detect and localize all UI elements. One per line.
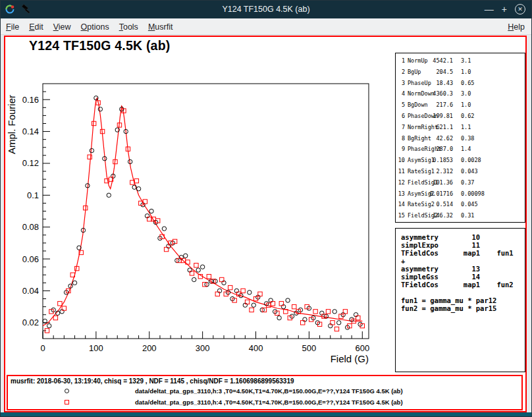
parameter-row: 4NormDown4360.33.0 — [396, 88, 525, 99]
parameter-row: 9PhaseRight287.01.4 — [396, 144, 525, 155]
parameter-row: 1NormUp4542.13.1 — [396, 55, 525, 67]
svg-text:600: 600 — [355, 343, 369, 353]
svg-text:100: 100 — [89, 343, 103, 353]
parameter-row: 3PhaseUp18.430.65 — [396, 78, 525, 89]
svg-text:0.06: 0.06 — [22, 254, 39, 264]
menu-item-file[interactable]: File — [6, 22, 19, 32]
parameter-row: 14RateSig20.5140.045 — [396, 199, 525, 210]
legend-marker-circle — [65, 389, 69, 393]
theory-box: asymmetry 10simplExpo 11TFieldCos map1 f… — [395, 228, 525, 372]
fit-status-line: musrfit: 2018-06-30, 13:19:40, chisq = 1… — [11, 377, 294, 385]
parameter-table: 1NormUp4542.13.12BgUp204.51.03PhaseUp18.… — [395, 53, 525, 223]
svg-text:Field (G): Field (G) — [331, 353, 369, 364]
svg-text:0.08: 0.08 — [22, 222, 39, 232]
parameter-row: 10AsymSig10.18530.0028 — [396, 155, 525, 166]
parameter-row: 11RateSig12.3120.043 — [396, 166, 525, 177]
theory-line: simplExpo 11 — [401, 241, 519, 249]
svg-text:0.02: 0.02 — [22, 318, 39, 327]
parameter-row: 2BgUp204.51.0 — [396, 67, 525, 78]
parameter-row: 6PhaseDown199.810.62 — [396, 111, 525, 122]
menu-item-edit[interactable]: Edit — [29, 22, 43, 32]
legend-entry-text: data/deltat_pta_gps_3110,h:4 ,T0=4.50K,T… — [135, 399, 403, 406]
svg-text:200: 200 — [142, 343, 157, 353]
svg-text:0.14: 0.14 — [22, 126, 39, 136]
legend-entry: data/deltat_pta_gps_3110,h:4 ,T0=4.50K,T… — [8, 397, 521, 408]
svg-text:Ampl. Fourier: Ampl. Fourier — [6, 95, 17, 154]
theory-line: TFieldCos map1 fun2 — [401, 281, 519, 289]
bottom-bar — [0, 412, 532, 417]
menu-bar: FileEditViewOptionsToolsMusrfit Help — [0, 18, 532, 35]
window-title: Y124 TF150G 4.5K (ab) — [0, 0, 532, 18]
maximize-button[interactable]: + — [502, 5, 507, 14]
theory-line: TFieldCos map1 fun1 — [401, 249, 519, 257]
theory-line: fun2 = gamma_mu * par15 — [401, 304, 519, 312]
menu-item-tools[interactable]: Tools — [119, 22, 138, 32]
legend-marker-square — [65, 400, 69, 404]
theory-line: asymmetry 13 — [401, 265, 519, 273]
theory-line: + — [401, 257, 519, 265]
parameter-row: 7NormRight621.11.1 — [396, 122, 525, 133]
theory-line: simpleGss 14 — [401, 273, 519, 281]
svg-text:400: 400 — [249, 343, 263, 353]
parameter-row: 5BgDown217.61.0 — [396, 99, 525, 111]
svg-text:0.12: 0.12 — [22, 158, 39, 168]
plot-svg[interactable]: 01002003004005006000.020.040.060.080.10.… — [5, 37, 395, 374]
legend-box: musrfit: 2018-06-30, 13:19:40, chisq = 1… — [7, 375, 523, 410]
legend-entry-text: data/deltat_pta_gps_3110,h:3 ,T0=4.50K,T… — [135, 387, 403, 395]
menu-bar-right: Help — [508, 20, 526, 32]
parameter-row: 15FieldSig2146.320.31 — [396, 210, 525, 221]
svg-text:0: 0 — [40, 343, 45, 353]
svg-text:500: 500 — [302, 343, 317, 353]
menu-bar-left: FileEditViewOptionsToolsMusrfit — [6, 20, 182, 32]
menu-item-help[interactable]: Help — [508, 22, 525, 32]
close-icon: ✕ — [518, 7, 523, 13]
application-window: Y124 TF150G 4.5K (ab) — + ✕ FileEditView… — [0, 0, 532, 417]
parameter-row: 12FieldSig1101.360.37 — [396, 177, 525, 188]
root-canvas[interactable]: Y124 TF150G 4.5K (ab) 010020030040050060… — [4, 36, 527, 412]
svg-text:0.04: 0.04 — [22, 286, 39, 296]
theory-line — [401, 289, 519, 296]
svg-text:300: 300 — [196, 343, 210, 353]
parameter-row: 8BgRight42.620.38 — [396, 133, 525, 144]
menu-item-view[interactable]: View — [53, 22, 71, 32]
theory-line: asymmetry 10 — [401, 233, 519, 241]
title-bar: Y124 TF150G 4.5K (ab) — + ✕ — [0, 0, 532, 18]
close-button[interactable]: ✕ — [515, 4, 525, 14]
svg-text:0.1: 0.1 — [27, 190, 39, 200]
menu-item-options[interactable]: Options — [81, 22, 109, 32]
menu-item-musrfit[interactable]: Musrfit — [148, 22, 173, 32]
theory-line: fun1 = gamma_mu * par12 — [401, 296, 519, 304]
parameter-row: 13AsymSig20.017160.00098 — [396, 188, 525, 200]
svg-text:0.16: 0.16 — [22, 95, 39, 105]
legend-entry: data/deltat_pta_gps_3110,h:3 ,T0=4.50K,T… — [8, 385, 521, 397]
window-controls: — + ✕ — [485, 0, 525, 18]
minimize-button[interactable]: — — [485, 5, 494, 14]
